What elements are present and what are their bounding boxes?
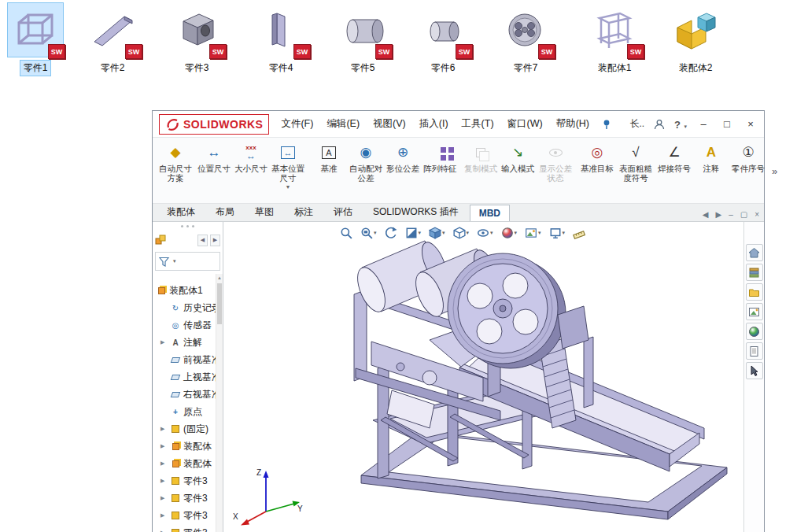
file-icon-part2[interactable]: SW 零件2 <box>79 3 146 76</box>
custom-properties-icon[interactable] <box>746 342 763 360</box>
tab-evaluate[interactable]: 评估 <box>324 202 362 221</box>
solidworks-resources-icon[interactable] <box>746 244 763 261</box>
view-orientation-icon[interactable]: ▾ <box>427 225 447 241</box>
doc-close-button[interactable]: × <box>755 210 759 219</box>
zoom-fit-icon[interactable] <box>338 225 354 241</box>
tree-item-part[interactable]: ▶ 零件3 <box>153 507 216 524</box>
tree-item-fixed-part[interactable]: ▶ (固定) <box>153 420 216 438</box>
ribbon-button-input-mode[interactable]: ↘ 输入模式 <box>500 140 536 202</box>
file-icon-part3[interactable]: SW 零件3 <box>163 3 231 76</box>
measure-icon[interactable] <box>571 225 587 241</box>
ribbon-button-balloon[interactable]: ① 零件序号 <box>730 140 766 202</box>
ribbon-button-surface-finish-symbol[interactable]: √ 表面粗糙度符号 <box>616 140 655 202</box>
tab-mbd[interactable]: MBD <box>470 205 510 221</box>
edit-appearance-icon[interactable]: ▾ <box>500 225 519 241</box>
menu-help[interactable]: 帮助(H) <box>556 117 589 131</box>
account-icon[interactable] <box>654 119 665 130</box>
tab-scroll-left-icon[interactable]: ◀ <box>703 210 709 219</box>
tab-scroll-right-icon[interactable]: ▶ <box>715 210 721 219</box>
tree-item-subassembly[interactable]: ▶ 装配体 <box>153 438 216 455</box>
menu-file[interactable]: 文件(F) <box>281 117 313 131</box>
file-explorer-icon[interactable] <box>746 283 763 301</box>
apply-scene-icon[interactable]: ▾ <box>523 225 543 241</box>
tab-layout[interactable]: 布局 <box>206 202 244 221</box>
tree-item-part[interactable]: ▶ 零件3 <box>153 524 216 532</box>
expand-arrow-icon[interactable]: ▶ <box>160 426 168 432</box>
view-settings-icon[interactable]: ▾ <box>548 225 567 241</box>
tab-solidworks-addins[interactable]: SOLIDWORKS 插件 <box>363 202 468 221</box>
menu-tools[interactable]: 工具(T) <box>462 117 494 131</box>
scrollbar-thumb[interactable] <box>217 283 222 324</box>
search-text[interactable]: 长.. <box>629 117 644 131</box>
maximize-button[interactable]: □ <box>720 118 734 130</box>
zoom-area-icon[interactable]: ▾ <box>359 225 378 241</box>
pin-icon[interactable] <box>601 119 612 130</box>
tree-item-top-plane[interactable]: 上视基准面 <box>153 368 216 386</box>
close-button[interactable]: × <box>743 118 758 130</box>
ribbon-button-pattern-feature[interactable]: 阵列特征 <box>422 140 458 202</box>
ribbon-button-size-dimension[interactable]: xxx↔ 大小尺寸 <box>233 140 269 202</box>
expand-arrow-icon[interactable]: ▶ <box>160 495 168 501</box>
tree-item-annotations[interactable]: ▶ A 注解 <box>153 334 216 351</box>
panel-grip[interactable] <box>153 222 223 230</box>
file-icon-part7[interactable]: SW 零件7 <box>492 3 559 76</box>
doc-restore-button[interactable]: ▢ <box>740 210 747 219</box>
tree-scrollbar[interactable]: ▲ <box>216 274 223 532</box>
ribbon-button-note[interactable]: A 注释 <box>693 140 729 202</box>
tree-filter[interactable]: ▾ <box>155 252 220 271</box>
scroll-up-icon[interactable]: ▲ <box>216 274 223 282</box>
minimize-button[interactable]: – <box>696 118 710 130</box>
appearances-scenes-icon[interactable] <box>746 323 763 340</box>
tab-sketch[interactable]: 草图 <box>245 202 283 221</box>
ribbon-button-datum[interactable]: A 基准 <box>311 140 347 202</box>
tab-annotation[interactable]: 标注 <box>285 202 323 221</box>
tree-item-subassembly[interactable]: ▶ 装配体 <box>153 455 216 472</box>
tree-item-part[interactable]: ▶ 零件3 <box>153 490 216 507</box>
graphics-area[interactable]: ▾ ▾ ▾ ▾ ▾ <box>223 222 743 532</box>
previous-view-icon[interactable] <box>383 225 399 241</box>
select-cursor-icon[interactable] <box>746 362 763 379</box>
design-library-icon[interactable] <box>746 264 763 281</box>
hide-show-items-icon[interactable]: ▾ <box>475 225 495 241</box>
file-icon-part4[interactable]: SW 零件4 <box>247 3 315 76</box>
feature-manager-tab-icon[interactable] <box>155 235 166 246</box>
ribbon-button-location-dimension[interactable]: ↔ 位置尺寸 <box>196 140 232 202</box>
tree-item-front-plane[interactable]: 前视基准面 <box>153 351 216 368</box>
tree-item-origin[interactable]: + 原点 <box>153 403 216 420</box>
menu-view[interactable]: 视图(V) <box>373 117 406 131</box>
part3-thumbnail: SW <box>169 3 224 57</box>
tab-assembly[interactable]: 装配体 <box>157 202 205 221</box>
panel-scroll-left-icon[interactable]: ◀ <box>197 235 208 246</box>
expand-arrow-icon[interactable]: ▶ <box>160 512 168 519</box>
ribbon-button-auto-dimension-scheme[interactable]: ◆ 自动尺寸方案 <box>156 140 195 202</box>
ribbon-button-auto-pair-tolerance[interactable]: ◉ 自动配对公差 <box>348 140 384 202</box>
expand-arrow-icon[interactable]: ▶ <box>160 478 168 484</box>
file-icon-assembly2[interactable]: 装配体2 <box>662 3 729 76</box>
tree-item-sensors[interactable]: ◎ 传感器 <box>153 316 216 334</box>
display-style-icon[interactable]: ▾ <box>452 225 471 241</box>
menu-insert[interactable]: 插入(I) <box>419 117 448 131</box>
ribbon-button-basic-location-dimension[interactable]: ↔ 基本位置尺寸 ▼ <box>270 140 306 202</box>
tree-item-assembly-root[interactable]: 装配体1 <box>153 282 216 299</box>
expand-arrow-icon[interactable]: ▶ <box>160 443 168 449</box>
ribbon-button-weld-symbol[interactable]: ∠ 焊接符号 <box>656 140 692 202</box>
file-icon-part5[interactable]: SW 零件5 <box>329 3 397 76</box>
expand-arrow-icon[interactable]: ▶ <box>160 460 168 467</box>
file-icon-part1[interactable]: SW 零件1 <box>2 3 69 76</box>
panel-scroll-right-icon[interactable]: ▶ <box>210 235 220 246</box>
tree-item-part[interactable]: ▶ 零件3 <box>153 472 216 490</box>
view-palette-icon[interactable] <box>746 303 763 320</box>
menu-edit[interactable]: 编辑(E) <box>327 117 360 131</box>
tree-item-history[interactable]: ↻ 历史记录 <box>153 299 216 316</box>
ribbon-button-geometric-tolerance[interactable]: ⊕ 形位公差 <box>385 140 421 202</box>
section-view-icon[interactable]: ▾ <box>404 225 423 241</box>
file-icon-assembly1[interactable]: SW 装配体1 <box>581 3 648 76</box>
file-icon-part6[interactable]: SW 零件6 <box>409 3 477 76</box>
expand-arrow-icon[interactable]: ▶ <box>160 339 168 345</box>
doc-minimize-button[interactable]: – <box>729 210 733 219</box>
menu-window[interactable]: 窗口(W) <box>507 117 543 131</box>
ribbon-overflow-button[interactable]: » <box>767 165 782 177</box>
tree-item-right-plane[interactable]: 右视基准面 <box>153 386 216 403</box>
ribbon-button-datum-target[interactable]: ◎ 基准目标 <box>579 140 615 202</box>
help-button[interactable]: ? ▾ <box>674 117 687 131</box>
